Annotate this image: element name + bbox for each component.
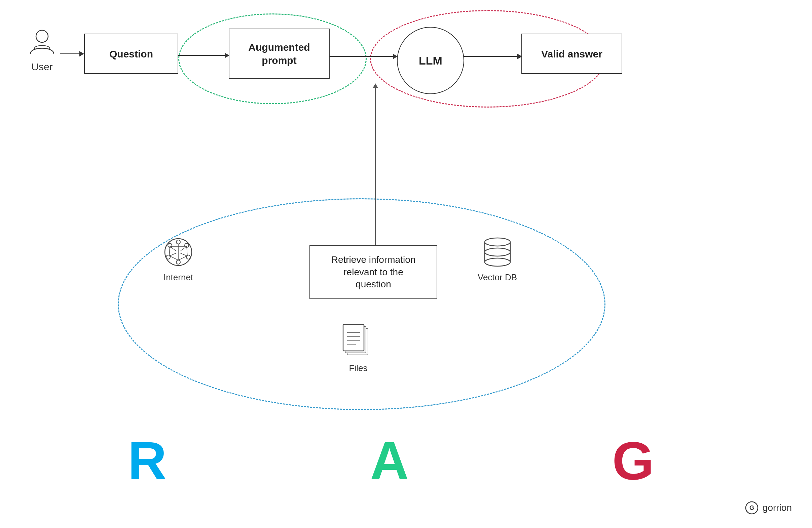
files-icon-section: Files [340,323,377,373]
svg-line-9 [170,246,176,251]
box-question: Question [84,34,178,74]
arrow-head-up [373,84,378,88]
diagram-container: User Question Augumented prompt LLM Vali… [0,0,812,528]
vector-db-icon-section: Vector DB [478,235,517,283]
arrow-line [330,56,393,57]
gorrion-icon: G [745,501,758,515]
arrow-augmented-llm [330,54,397,59]
files-icon [340,323,377,360]
brand-name: gorrion [763,502,792,513]
rag-letter-g: G [612,434,654,488]
arrow-head [79,51,84,57]
user-label: User [31,61,53,73]
svg-line-14 [178,256,187,260]
svg-point-2 [176,240,180,244]
arrow-question-augmented [178,53,229,58]
vector-db-icon [482,235,513,269]
circle-llm: LLM [397,27,464,94]
svg-line-16 [187,246,187,256]
svg-line-13 [170,256,178,260]
box-augmented-prompt: Augumented prompt [229,29,330,79]
svg-line-10 [180,246,187,251]
rag-letter-a: A [370,434,409,488]
arrow-line [464,56,517,57]
arrow-llm-valid [464,54,522,59]
arrow-line [60,54,79,54]
arrow-line [178,55,225,56]
user-section: User [27,27,57,73]
svg-rect-27 [343,325,364,351]
svg-point-0 [36,30,48,42]
svg-point-24 [485,258,510,266]
svg-point-5 [176,260,180,264]
rag-letter-r: R [128,434,167,488]
vector-db-label: Vector DB [478,272,517,283]
box-retrieve-info: Retrieve information relevant to the que… [309,245,437,299]
arrow-user-question [60,51,84,57]
internet-icon-section: Internet [161,235,195,283]
svg-line-15 [169,246,170,256]
svg-point-21 [485,248,510,256]
files-label: Files [349,363,368,373]
svg-text:G: G [750,504,754,511]
internet-icon [161,235,195,269]
box-valid-answer: Valid answer [521,34,622,74]
svg-point-18 [485,238,510,246]
internet-label: Internet [163,272,193,283]
ellipse-blue-retrieval [118,198,606,410]
arrow-retrieve-augmented [373,84,378,245]
gorrion-logo: G gorrion [745,501,792,515]
arrow-line-v [375,88,376,245]
svg-line-11 [169,253,176,256]
user-icon [27,27,57,57]
svg-line-12 [180,253,187,256]
